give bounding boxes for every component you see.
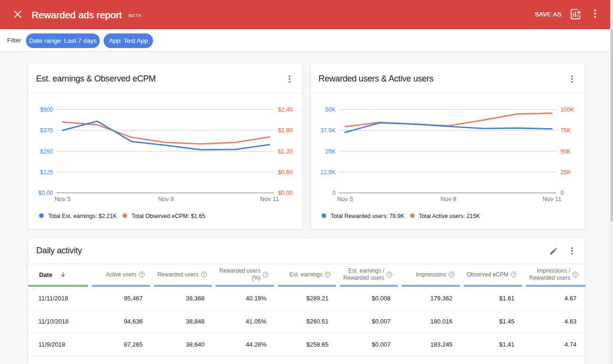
svg-text:Nov 8: Nov 8 (158, 195, 174, 202)
svg-text:Total Observed eCPM: $1.65: Total Observed eCPM: $1.65 (131, 213, 205, 219)
svg-text:$1.80: $1.80 (278, 127, 292, 134)
svg-text:$250: $250 (40, 148, 53, 155)
svg-text:$0.00: $0.00 (38, 190, 53, 196)
svg-text:12.5K: 12.5K (320, 169, 336, 176)
svg-text:Total Est. earnings: $2.21K: Total Est. earnings: $2.21K (48, 213, 117, 219)
svg-text:75K: 75K (560, 127, 571, 134)
svg-text:37.5K: 37.5K (320, 127, 336, 134)
svg-text:Nov 11: Nov 11 (542, 195, 561, 202)
svg-text:Nov 8: Nov 8 (440, 195, 456, 202)
svg-text:$125: $125 (40, 169, 53, 176)
svg-text:Nov 5: Nov 5 (55, 195, 71, 202)
svg-text:$1.20: $1.20 (278, 148, 292, 155)
svg-text:Nov 5: Nov 5 (337, 195, 353, 202)
svg-text:$500: $500 (40, 106, 53, 113)
svg-text:50K: 50K (560, 148, 571, 155)
svg-text:$2.40: $2.40 (278, 106, 292, 113)
svg-text:Total Active users: 215K: Total Active users: 215K (419, 213, 480, 219)
svg-text:Total Rewarded users: 78.9K: Total Rewarded users: 78.9K (331, 213, 404, 219)
svg-text:50K: 50K (325, 106, 336, 113)
svg-text:0: 0 (332, 190, 335, 196)
svg-text:$375: $375 (40, 127, 53, 134)
svg-text:25K: 25K (560, 169, 571, 176)
svg-text:100K: 100K (560, 106, 574, 113)
svg-text:Nov 11: Nov 11 (260, 195, 279, 202)
svg-text:$0.00: $0.00 (278, 190, 292, 196)
svg-text:$0.60: $0.60 (278, 169, 292, 176)
svg-text:25K: 25K (325, 148, 336, 155)
